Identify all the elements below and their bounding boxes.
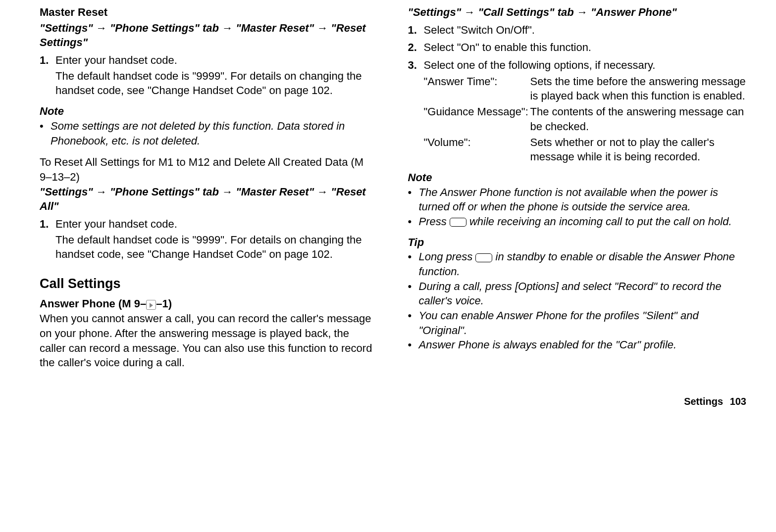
step-text: Enter your handset code. [55, 217, 378, 232]
option-row: "Volume": Sets whether or not to play th… [424, 135, 747, 164]
arrow-icon: → [317, 22, 328, 34]
arrow-icon: → [96, 186, 107, 198]
step-description: The default handset code is "9999". For … [55, 69, 378, 98]
note-list: • Some settings are not deleted by this … [40, 119, 378, 148]
options-table: "Answer Time": Sets the time before the … [424, 74, 747, 164]
right-column: "Settings" → "Call Settings" tab → "Answ… [408, 5, 747, 370]
step-text: Enter your handset code. [55, 53, 378, 68]
arrow-icon: → [464, 6, 475, 18]
reset-all-heading: To Reset All Settings for M1 to M12 and … [40, 155, 378, 184]
note-item: • The Answer Phone function is not avail… [408, 185, 747, 214]
bullet-marker: • [40, 119, 51, 148]
tip-item: • You can enable Answer Phone for the pr… [408, 308, 747, 338]
nav-path-reset-all: "Settings" → "Phone Settings" tab → "Mas… [40, 185, 378, 214]
option-description: Sets whether or not to play the caller's… [530, 135, 747, 164]
arrow-icon: → [222, 22, 233, 34]
note-item: • Press while receiving an incoming call… [408, 214, 747, 229]
nav-path-answer-phone: "Settings" → "Call Settings" tab → "Answ… [408, 5, 747, 20]
tip-text: You can enable Answer Phone for the prof… [419, 308, 747, 338]
step-item: 3. Select one of the following options, … [408, 58, 747, 73]
option-description: Sets the time before the answering messa… [530, 74, 747, 103]
page-content: Master Reset "Settings" → "Phone Setting… [40, 5, 746, 370]
arrow-icon: → [317, 186, 328, 198]
option-label: "Volume": [424, 135, 530, 150]
footer-page-number: 103 [730, 396, 746, 407]
tip-text-pre: Long press [419, 250, 476, 263]
path-segment: "Settings" [40, 186, 93, 198]
option-row: "Guidance Message": The contents of the … [424, 104, 747, 134]
bullet-marker: • [408, 308, 419, 338]
arrow-icon: → [577, 6, 588, 18]
path-segment: "Settings" [40, 22, 93, 34]
answer-phone-label-post: –1) [156, 297, 172, 310]
path-segment: "Phone Settings" tab [110, 186, 219, 198]
step-text: Select "Switch On/Off". [424, 23, 747, 38]
answer-phone-description: When you cannot answer a call, you can r… [40, 311, 378, 370]
tip-list: • Long press in standby to enable or dis… [408, 249, 747, 352]
step-number: 1. [408, 23, 424, 38]
step-item: 1. Enter your handset code. The default … [40, 217, 378, 262]
option-label: "Answer Time": [424, 74, 530, 89]
tip-item: • During a call, press [Options] and sel… [408, 279, 747, 308]
tip-text: During a call, press [Options] and selec… [419, 279, 747, 308]
step-text: Select "On" to enable this function. [424, 40, 747, 55]
option-label: "Guidance Message": [424, 104, 530, 119]
note-text: Some settings are not deleted by this fu… [51, 119, 378, 148]
call-settings-heading: Call Settings [40, 275, 378, 292]
answer-phone-heading: Answer Phone (M 9––1) [40, 296, 378, 311]
note-text: The Answer Phone function is not availab… [419, 185, 747, 214]
left-column: Master Reset "Settings" → "Phone Setting… [40, 5, 378, 370]
bullet-marker: • [408, 185, 419, 214]
step-number: 1. [40, 217, 55, 262]
note-text-post: while receiving an incoming call to put … [466, 215, 732, 228]
note-item: • Some settings are not deleted by this … [40, 119, 378, 148]
step-item: 2. Select "On" to enable this function. [408, 40, 747, 55]
answer-phone-label-pre: Answer Phone (M 9– [40, 297, 146, 310]
nav-path-reset-settings: "Settings" → "Phone Settings" tab → "Mas… [40, 21, 378, 50]
arrow-icon: → [222, 186, 233, 198]
step-item: 1. Select "Switch On/Off". [408, 23, 747, 38]
clear-key-icon [475, 253, 492, 262]
step-content: Enter your handset code. The default han… [55, 217, 378, 262]
path-segment: "Settings" [408, 6, 462, 18]
option-row: "Answer Time": Sets the time before the … [424, 74, 747, 103]
note-heading: Note [408, 170, 747, 185]
tip-text: Answer Phone is always enabled for the "… [419, 338, 747, 352]
tip-item: • Long press in standby to enable or dis… [408, 249, 747, 279]
note-list: • The Answer Phone function is not avail… [408, 185, 747, 229]
page-footer: Settings 103 [40, 395, 746, 408]
tip-item: • Answer Phone is always enabled for the… [408, 338, 747, 352]
footer-section-label: Settings [684, 396, 723, 407]
right-arrow-key-icon [146, 300, 156, 310]
note-text-pre: Press [419, 215, 450, 228]
step-number: 1. [40, 53, 55, 98]
step-content: Enter your handset code. The default han… [55, 53, 378, 98]
end-key-icon [450, 218, 466, 227]
tip-heading: Tip [408, 235, 747, 250]
path-segment: "Answer Phone" [591, 6, 677, 18]
path-segment: "Phone Settings" tab [110, 22, 219, 34]
path-segment: "Master Reset" [236, 22, 314, 34]
arrow-icon: → [96, 22, 107, 34]
step-description: The default handset code is "9999". For … [55, 233, 378, 262]
option-description: The contents of the answering message ca… [530, 104, 747, 134]
path-segment: "Call Settings" tab [478, 6, 573, 18]
bullet-marker: • [408, 249, 419, 279]
path-segment: "Master Reset" [236, 186, 314, 198]
step-text: Select one of the following options, if … [424, 58, 747, 73]
bullet-marker: • [408, 279, 419, 308]
bullet-marker: • [408, 214, 419, 229]
bullet-marker: • [408, 338, 419, 352]
note-heading: Note [40, 104, 378, 119]
tip-text: Long press in standby to enable or disab… [419, 249, 747, 279]
note-text: Press while receiving an incoming call t… [419, 214, 747, 229]
step-item: 1. Enter your handset code. The default … [40, 53, 378, 98]
step-number: 2. [408, 40, 424, 55]
step-number: 3. [408, 58, 424, 73]
master-reset-heading: Master Reset [40, 5, 378, 20]
